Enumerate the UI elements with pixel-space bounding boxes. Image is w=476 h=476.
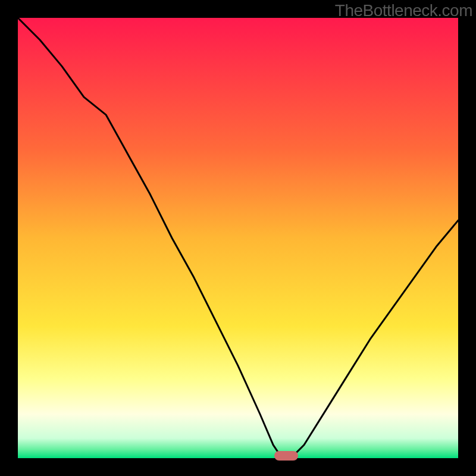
optimal-marker xyxy=(274,451,298,461)
chart-frame: TheBottleneck.com xyxy=(0,0,476,476)
bottleneck-curve xyxy=(18,18,458,458)
plot-area xyxy=(18,18,458,458)
